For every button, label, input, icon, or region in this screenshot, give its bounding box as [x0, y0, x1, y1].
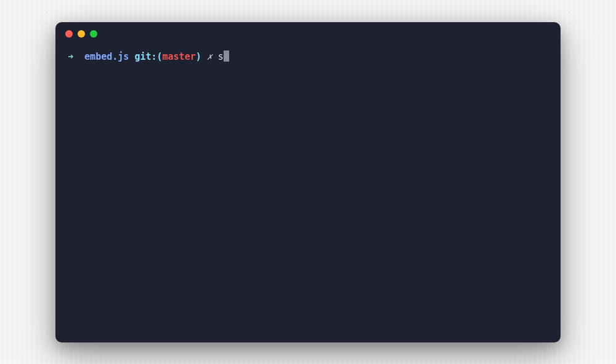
git-paren-open: (	[157, 49, 163, 64]
terminal-window: ➜ embed.js git:(master) ✗ s	[55, 22, 561, 342]
typed-input: s	[218, 49, 224, 64]
prompt-arrow-icon: ➜	[68, 49, 73, 64]
current-directory: embed.js	[84, 49, 129, 64]
close-icon[interactable]	[65, 30, 73, 38]
git-dirty-icon: ✗	[207, 49, 213, 64]
maximize-icon[interactable]	[90, 30, 97, 38]
minimize-icon[interactable]	[78, 30, 85, 38]
git-branch: master	[163, 49, 196, 64]
prompt-line: ➜ embed.js git:(master) ✗ s	[68, 49, 548, 64]
cursor-icon	[224, 51, 229, 62]
git-paren-close: )	[196, 49, 201, 64]
git-label: git:	[134, 49, 156, 64]
window-titlebar	[55, 22, 561, 46]
terminal-body[interactable]: ➜ embed.js git:(master) ✗ s	[55, 46, 561, 342]
